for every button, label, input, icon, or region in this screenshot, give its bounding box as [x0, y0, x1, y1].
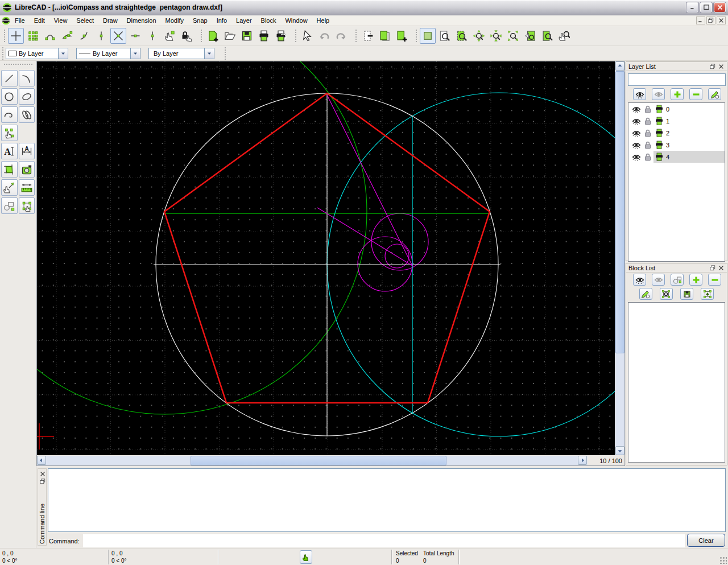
tool-hatch-button[interactable]: [1, 161, 18, 178]
tool-hand-button[interactable]: [1, 179, 18, 196]
layer-row-0[interactable]: 0: [628, 103, 725, 115]
menu-select[interactable]: Select: [72, 16, 98, 25]
tool-spline-button[interactable]: [19, 106, 35, 123]
float-panel-button[interactable]: [709, 63, 716, 70]
construction-circle[interactable]: [371, 213, 428, 270]
menu-layer[interactable]: Layer: [231, 16, 257, 25]
construction-circle[interactable]: [358, 237, 412, 291]
zoom-out-button[interactable]: [488, 28, 504, 44]
insert-block-button[interactable]: [701, 288, 714, 300]
tool-block-button[interactable]: [1, 197, 18, 214]
horizontal-scroll-thumb[interactable]: [191, 456, 446, 465]
tool-selectblock-button[interactable]: [19, 197, 35, 214]
remove-block-button[interactable]: [708, 274, 721, 286]
menu-draw[interactable]: Draw: [98, 16, 122, 25]
zoom-redraw-button[interactable]: [437, 28, 453, 44]
menu-window[interactable]: Window: [280, 16, 312, 25]
restrict-horizontal-button[interactable]: [127, 28, 143, 44]
scroll-left-button[interactable]: [37, 456, 46, 465]
view-previous-button[interactable]: [522, 28, 538, 44]
close-panel-button[interactable]: [717, 63, 725, 70]
print-preview-button[interactable]: [273, 28, 289, 44]
tool-measure-button[interactable]: [19, 179, 35, 196]
create-block-button[interactable]: [671, 274, 684, 286]
mdi-restore-button[interactable]: [706, 17, 715, 24]
tool-points-button[interactable]: [1, 125, 18, 141]
menu-snap[interactable]: Snap: [188, 16, 212, 25]
paste-button[interactable]: [394, 28, 410, 44]
command-input[interactable]: [83, 534, 685, 547]
dock-grip[interactable]: [3, 63, 33, 65]
undo-button[interactable]: [316, 28, 332, 44]
float-command-dock-button[interactable]: [39, 477, 47, 485]
copy-button[interactable]: [377, 28, 392, 44]
snap-grid-button[interactable]: [25, 28, 41, 44]
zoom-pan-button[interactable]: [556, 28, 572, 44]
new-drawing-button[interactable]: [205, 28, 221, 44]
tool-polyline-button[interactable]: [1, 106, 18, 123]
pen-width-select[interactable]: By Layer: [76, 48, 140, 59]
remove-layer-button[interactable]: [689, 88, 702, 100]
pen-color-select[interactable]: By Layer: [6, 48, 68, 59]
layer-row-3[interactable]: 3: [628, 139, 725, 151]
tool-ellipse-button[interactable]: [19, 88, 35, 105]
layer-row-4[interactable]: 4: [628, 151, 725, 163]
layer-row-2[interactable]: 2: [628, 127, 725, 139]
menu-info[interactable]: Info: [212, 16, 231, 25]
rename-block-button[interactable]: [639, 288, 652, 300]
zoom-page-button[interactable]: [539, 28, 555, 44]
vertical-scroll-thumb[interactable]: [615, 71, 624, 353]
tool-arc-button[interactable]: [19, 70, 35, 86]
resize-grip[interactable]: [719, 556, 727, 564]
close-panel-button[interactable]: [717, 264, 725, 271]
menu-block[interactable]: Block: [257, 16, 281, 25]
lock-relative-zero-button[interactable]: [179, 28, 195, 44]
vertical-scrollbar[interactable]: [615, 61, 624, 455]
snap-settings-button[interactable]: [162, 28, 177, 44]
snap-free-button[interactable]: [8, 28, 24, 44]
add-layer-button[interactable]: [671, 88, 684, 100]
minimize-button[interactable]: [686, 2, 698, 13]
construction-line[interactable]: [327, 95, 412, 266]
maximize-button[interactable]: [700, 2, 712, 13]
close-button[interactable]: [714, 2, 726, 13]
redo-button[interactable]: [333, 28, 349, 44]
toolbar-grip[interactable]: [200, 29, 202, 43]
snap-on-entity-button[interactable]: [59, 28, 75, 44]
menu-file[interactable]: File: [10, 16, 30, 25]
print-button[interactable]: [256, 28, 272, 44]
zoom-in-button[interactable]: [471, 28, 487, 44]
menu-help[interactable]: Help: [312, 16, 334, 25]
edit-block-button[interactable]: [660, 288, 673, 300]
hide-all-layers-button[interactable]: [652, 88, 665, 100]
restrict-vertical-button[interactable]: [144, 28, 160, 44]
drawing-canvas[interactable]: [37, 61, 615, 455]
snap-endpoints-button[interactable]: [42, 28, 58, 44]
show-all-blocks-button[interactable]: [633, 274, 646, 286]
zoom-window-button[interactable]: [454, 28, 470, 44]
toolbar-grip[interactable]: [295, 29, 297, 43]
toolbar-grip[interactable]: [224, 47, 226, 60]
construction-circle[interactable]: [37, 61, 367, 414]
modify-layer-button[interactable]: [708, 88, 721, 100]
tool-text-button[interactable]: A: [1, 143, 18, 159]
snap-middle-button[interactable]: [93, 28, 109, 44]
menu-view[interactable]: View: [49, 16, 72, 25]
select-pointer-button[interactable]: [299, 28, 315, 44]
tool-image-button[interactable]: [19, 161, 35, 178]
tool-dimension-button[interactable]: A: [19, 143, 35, 159]
mdi-close-button[interactable]: [717, 17, 726, 24]
chevron-down-icon[interactable]: [204, 48, 214, 59]
open-drawing-button[interactable]: [222, 28, 238, 44]
clear-button[interactable]: Clear: [687, 534, 725, 547]
float-panel-button[interactable]: [709, 264, 716, 271]
grid-toggle-button[interactable]: [420, 28, 436, 44]
save-block-button[interactable]: [680, 288, 693, 300]
snap-center-button[interactable]: [76, 28, 92, 44]
command-history[interactable]: [48, 468, 726, 532]
save-drawing-button[interactable]: [239, 28, 255, 44]
toolbar-grip[interactable]: [415, 29, 417, 43]
menu-dimension[interactable]: Dimension: [122, 16, 161, 25]
pen-linetype-select[interactable]: By Layer: [148, 48, 214, 59]
toolbar-grip[interactable]: [2, 47, 4, 60]
